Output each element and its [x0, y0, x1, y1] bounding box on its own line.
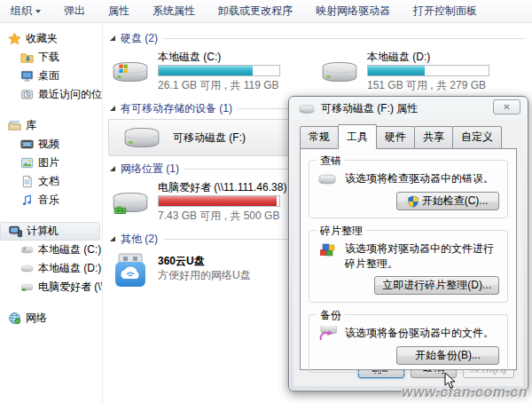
- sidebar-item-documents[interactable]: 文档: [0, 172, 102, 191]
- drive-name: 本地磁盘 (C:): [158, 51, 280, 64]
- group-title: 碎片整理: [317, 224, 366, 239]
- sidebar-item-desktop[interactable]: 桌面: [0, 67, 102, 85]
- error-checking-group: 查错 该选项将检查驱动器中的错误。 开始检查(C)...: [309, 160, 508, 218]
- sidebar-item-recent-places[interactable]: 最近访问的位置: [0, 85, 102, 104]
- document-icon: [20, 175, 34, 188]
- removable-disk-icon: [121, 122, 162, 154]
- drive-capacity: 26.1 GB 可用 , 共 119 GB: [158, 78, 280, 93]
- cloud-usb-icon: [110, 253, 151, 288]
- open-control-panel-button[interactable]: 打开控制面板: [413, 4, 477, 19]
- disk-d-icon: [20, 262, 34, 275]
- sidebar-item-downloads[interactable]: 下载: [0, 48, 102, 67]
- library-icon: [8, 119, 21, 132]
- drive-tile-d[interactable]: 本地磁盘 (D:) 151 GB 可用 , 共 279 GB: [317, 49, 527, 99]
- check-now-button[interactable]: 开始检查(C)...: [396, 192, 499, 210]
- tab-strip: 常规 工具 硬件 共享 自定义: [293, 120, 523, 149]
- disk-c-icon: [20, 243, 34, 257]
- download-folder-icon: [20, 51, 34, 64]
- sidebar-item-network[interactable]: 网络: [0, 309, 102, 328]
- drive-name: 本地磁盘 (D:): [367, 51, 489, 64]
- network-drive-icon: [20, 281, 34, 294]
- sidebar-item-computer[interactable]: 计算机: [0, 222, 100, 241]
- tab-sharing[interactable]: 共享: [414, 126, 453, 149]
- drive-tile-c[interactable]: 本地磁盘 (C:) 26.1 GB 可用 , 共 119 GB: [108, 49, 317, 99]
- sidebar-item-local-disk-d[interactable]: 本地磁盘 (D:): [0, 259, 102, 278]
- uninstall-program-button[interactable]: 卸载或更改程序: [218, 4, 293, 19]
- disk-c-icon: [110, 56, 151, 88]
- expanded-triangle-icon: [110, 36, 115, 41]
- picture-icon: [20, 156, 34, 170]
- sidebar-item-music[interactable]: 音乐: [0, 191, 102, 209]
- backup-group: 备份 该选项将备份驱动器中的文件。 开始备份(B)...: [309, 314, 508, 373]
- sidebar-item-network-drive[interactable]: 电脑爱好者 (\\11.11: [0, 278, 102, 296]
- group-title: 查错: [317, 154, 345, 169]
- close-icon[interactable]: ✕: [493, 99, 520, 115]
- disk-d-icon: [319, 56, 360, 88]
- properties-button[interactable]: 属性: [108, 4, 129, 19]
- drive-name: 电脑爱好者 (\\11.111.46.38) (Z:): [158, 181, 306, 194]
- map-network-drive-button[interactable]: 映射网络驱动器: [316, 4, 390, 19]
- sidebar-item-libraries[interactable]: 库: [0, 116, 102, 135]
- dialog-disk-icon: [298, 103, 316, 115]
- item-description: 方便好用的网络U盘: [158, 268, 251, 283]
- sidebar-item-local-disk-c[interactable]: 本地磁盘 (C:): [0, 241, 102, 259]
- expanded-triangle-icon: [110, 166, 115, 171]
- group-description: 该选项将备份驱动器中的文件。: [345, 326, 494, 341]
- chevron-down-icon: [35, 10, 41, 13]
- defragment-now-button[interactable]: 立即进行碎片整理(D)...: [374, 276, 499, 295]
- uac-shield-icon: [408, 195, 419, 208]
- backup-icon: [317, 326, 337, 342]
- organize-label: 组织: [11, 4, 32, 19]
- tools-tab-page: 查错 该选项将检查驱动器中的错误。 开始检查(C)... 碎片整理 该选项将对驱…: [300, 148, 517, 370]
- drive-capacity: 151 GB 可用 , 共 279 GB: [367, 78, 489, 93]
- network-globe-icon: [8, 312, 21, 325]
- eject-button[interactable]: 弹出: [64, 4, 85, 19]
- properties-dialog: 可移动磁盘 (F:) 属性 ✕ 常规 工具 硬件 共享 自定义 查错 该选项将检…: [288, 96, 528, 391]
- drive-name: 可移动磁盘 (F:): [173, 130, 246, 146]
- defrag-icon: [317, 241, 337, 257]
- group-description: 该选项将对驱动器中的文件进行碎片整理。: [345, 241, 499, 272]
- drive-capacity: 7.43 GB 可用 , 共 500 GB: [158, 209, 306, 224]
- defragment-group: 碎片整理 该选项将对驱动器中的文件进行碎片整理。 立即进行碎片整理(D)...: [309, 230, 508, 303]
- backup-now-button[interactable]: 开始备份(B)...: [396, 346, 499, 365]
- sidebar-item-videos[interactable]: 视频: [0, 135, 102, 154]
- desktop-icon: [20, 69, 34, 83]
- organize-menu-button[interactable]: 组织: [11, 4, 41, 19]
- mouse-cursor-icon: [444, 372, 457, 390]
- section-header-hard-disks[interactable]: 硬盘 (2): [108, 31, 527, 45]
- capacity-bar: [158, 195, 280, 207]
- expanded-triangle-icon: [110, 236, 115, 241]
- group-description: 该选项将检查驱动器中的错误。: [345, 171, 494, 186]
- tab-hardware[interactable]: 硬件: [376, 126, 415, 149]
- computer-icon: [9, 225, 22, 238]
- capacity-bar: [367, 65, 489, 76]
- sidebar-item-favorites[interactable]: 收藏夹: [0, 29, 102, 48]
- system-properties-button[interactable]: 系统属性: [153, 4, 195, 19]
- navigation-pane: 收藏夹 下载 桌面 最近访问的位置 库 视频 图片 文档: [0, 24, 103, 403]
- sidebar-item-pictures[interactable]: 图片: [0, 154, 102, 172]
- music-icon: [20, 194, 34, 207]
- star-icon: [8, 32, 21, 45]
- tab-tools[interactable]: 工具: [338, 124, 377, 149]
- item-name: 360云U盘: [158, 255, 251, 268]
- group-title: 备份: [317, 308, 345, 323]
- dialog-title: 可移动磁盘 (F:) 属性: [321, 101, 418, 116]
- video-icon: [20, 138, 34, 151]
- recent-places-icon: [20, 88, 34, 101]
- tab-general[interactable]: 常规: [300, 126, 339, 149]
- dialog-titlebar[interactable]: 可移动磁盘 (F:) 属性: [289, 97, 528, 118]
- network-drive-icon: [110, 186, 151, 218]
- disk-icon: [317, 171, 337, 187]
- dialog-body: 常规 工具 硬件 共享 自定义 查错 该选项将检查驱动器中的错误。 开始检查(C…: [293, 120, 523, 386]
- expanded-triangle-icon: [110, 106, 115, 111]
- capacity-bar: [158, 65, 280, 76]
- tab-customize[interactable]: 自定义: [452, 126, 502, 149]
- command-bar: 组织 弹出 属性 系统属性 卸载或更改程序 映射网络驱动器 打开控制面板: [0, 0, 532, 23]
